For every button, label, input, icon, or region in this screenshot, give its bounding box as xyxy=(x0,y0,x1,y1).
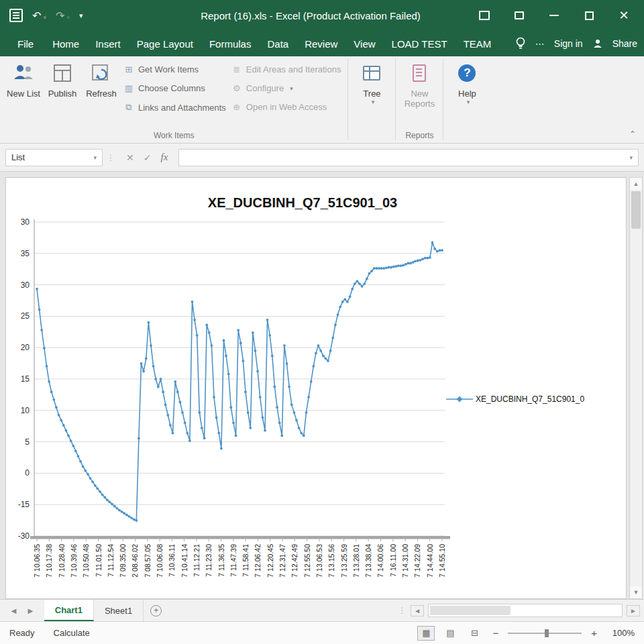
menu-tab-load-test[interactable]: LOAD TEST xyxy=(384,33,455,55)
restore-window-icon[interactable] xyxy=(502,2,537,29)
tree-icon xyxy=(363,66,380,80)
page-layout-view-icon[interactable]: ▤ xyxy=(441,626,459,641)
new-reports-button[interactable]: New Reports xyxy=(400,59,439,111)
more-commands-icon[interactable]: ⋯ xyxy=(535,38,545,49)
tree-button[interactable]: Tree ▾ xyxy=(352,59,391,108)
add-sheet-icon: + xyxy=(150,605,162,616)
menu-tab-home[interactable]: Home xyxy=(44,33,87,55)
data-point xyxy=(382,267,385,270)
help-question-icon: ? xyxy=(458,64,476,82)
hscroll-right-icon[interactable]: ► xyxy=(627,605,640,616)
horizontal-scroll-thumb[interactable] xyxy=(430,606,511,615)
data-point xyxy=(346,301,349,303)
ribbon-display-options-icon[interactable] xyxy=(467,2,502,29)
data-point xyxy=(354,282,356,285)
data-point xyxy=(278,421,281,424)
data-point xyxy=(407,262,410,265)
enter-icon[interactable]: ✓ xyxy=(144,152,152,163)
vertical-scroll-track[interactable] xyxy=(630,190,642,586)
name-box[interactable]: List ▾ xyxy=(5,149,103,166)
redo-icon[interactable]: ↷▾ xyxy=(56,9,70,22)
y-tick-label: 30 xyxy=(21,217,30,227)
add-sheet-button[interactable]: + xyxy=(144,600,168,621)
data-point xyxy=(109,501,111,504)
menu-tab-insert[interactable]: Insert xyxy=(87,33,129,55)
data-point xyxy=(48,380,50,383)
data-point xyxy=(125,514,128,517)
excel-logo-icon[interactable] xyxy=(9,9,23,22)
get-work-items-button[interactable]: ⊞Get Work Items xyxy=(121,63,229,76)
data-point xyxy=(317,344,320,347)
share-button[interactable]: Share xyxy=(612,38,637,49)
y-tick-label: 5 xyxy=(25,437,30,447)
small-button-label: Edit Areas and Iterations xyxy=(246,64,341,74)
chart-container[interactable]: 3035302520151050-15-307 10.06.357 10.17.… xyxy=(5,177,627,599)
data-point xyxy=(128,515,131,518)
menu-tab-data[interactable]: Data xyxy=(259,33,297,55)
choose-columns-button[interactable]: ▥Choose Columns xyxy=(121,82,229,95)
menu-tab-team[interactable]: TEAM xyxy=(455,33,500,55)
ready-status: Ready xyxy=(9,628,35,638)
small-button-label: Choose Columns xyxy=(138,83,205,93)
next-sheet-icon[interactable]: ► xyxy=(23,606,38,616)
name-box-dropdown-icon[interactable]: ▾ xyxy=(93,154,97,161)
hscroll-left-icon[interactable]: ◄ xyxy=(411,605,424,616)
x-tick-label: 7 11.47.39 xyxy=(229,544,237,577)
formula-bar-expand-icon[interactable]: ▾ xyxy=(629,154,633,161)
data-point xyxy=(154,378,157,380)
configure-button[interactable]: ⚙Configure▾ xyxy=(229,82,344,95)
page-break-view-icon[interactable]: ⊟ xyxy=(466,626,483,641)
horizontal-scrollbar[interactable] xyxy=(428,604,623,617)
zoom-in-icon[interactable]: + xyxy=(588,627,600,639)
menu-tab-page-layout[interactable]: Page Layout xyxy=(129,33,201,55)
help-button[interactable]: ? Help ▾ xyxy=(447,59,486,108)
sheet-tab-sheet1[interactable]: Sheet1 xyxy=(94,600,144,621)
publish-button[interactable]: Publish xyxy=(43,59,82,101)
legend-marker-icon xyxy=(457,396,463,402)
formula-input[interactable]: ▾ xyxy=(178,149,639,166)
insert-function-icon[interactable]: fx xyxy=(160,152,168,163)
y-tick-label: 30 xyxy=(21,280,30,290)
ribbon-group-tree: Tree ▾ xyxy=(348,56,395,143)
scroll-down-icon[interactable]: ▼ xyxy=(630,586,642,598)
minimize-button[interactable] xyxy=(537,2,572,29)
x-tick-label: 7 12.55.50 xyxy=(303,544,311,578)
menu-tab-file[interactable]: File xyxy=(7,33,44,55)
data-point xyxy=(211,344,213,347)
maximize-button[interactable] xyxy=(572,2,606,29)
zoom-slider-thumb[interactable] xyxy=(545,629,549,637)
menu-tab-view[interactable]: View xyxy=(345,33,383,55)
data-point xyxy=(176,390,179,393)
x-tick-label: 7 08.57.05 xyxy=(144,544,152,578)
prev-sheet-icon[interactable]: ◄ xyxy=(7,606,21,616)
open-in-web-access-button[interactable]: ⊕Open in Web Access xyxy=(229,101,344,113)
close-button[interactable]: ✕ xyxy=(606,2,641,29)
status-bar: Ready Calculate ▦ ▤ ⊟ − + 100% xyxy=(0,621,644,644)
zoom-out-icon[interactable]: − xyxy=(490,627,501,639)
collapse-ribbon-icon[interactable]: ⌃ xyxy=(629,129,636,139)
undo-icon[interactable]: ↶▾ xyxy=(32,9,46,22)
sheet-tab-chart1[interactable]: Chart1 xyxy=(44,600,94,621)
data-point xyxy=(439,249,441,252)
zoom-slider[interactable] xyxy=(508,633,582,634)
scroll-up-icon[interactable]: ▲ xyxy=(630,178,642,190)
y-tick-label: 25 xyxy=(21,311,30,321)
calculate-status[interactable]: Calculate xyxy=(54,628,90,638)
menu-tab-review[interactable]: Review xyxy=(297,33,345,55)
links-and-attachments-button[interactable]: ⧉Links and Attachments xyxy=(121,101,229,114)
data-point xyxy=(412,261,415,264)
edit-areas-and-iterations-button[interactable]: ≣Edit Areas and Iterations xyxy=(229,63,344,76)
normal-view-icon[interactable]: ▦ xyxy=(417,626,435,641)
data-point xyxy=(193,319,196,321)
customize-qat-icon[interactable]: ▾ xyxy=(79,11,83,20)
vertical-scroll-thumb[interactable] xyxy=(631,191,641,229)
data-point xyxy=(266,319,269,321)
new-list-button[interactable]: New List xyxy=(4,59,43,101)
zoom-level[interactable]: 100% xyxy=(606,628,635,638)
vertical-scrollbar[interactable]: ▲ ▼ xyxy=(629,177,643,599)
tell-me-lightbulb-icon[interactable] xyxy=(515,37,526,50)
refresh-button[interactable]: Refresh xyxy=(82,59,121,101)
sign-in-link[interactable]: Sign in xyxy=(554,38,583,49)
cancel-icon[interactable]: ✕ xyxy=(126,152,134,163)
menu-tab-formulas[interactable]: Formulas xyxy=(201,33,260,55)
